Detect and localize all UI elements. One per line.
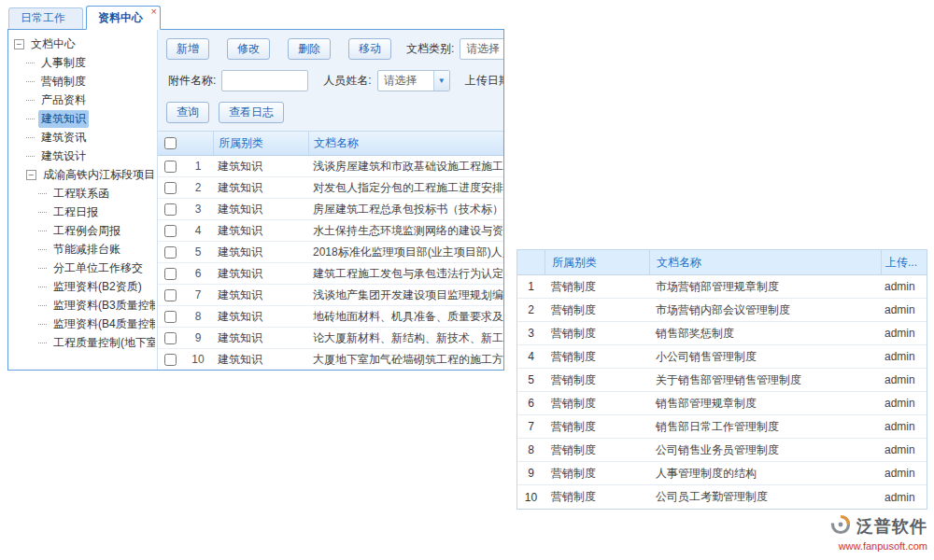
attachment-name-input[interactable] — [221, 70, 308, 91]
delete-button[interactable]: 删除 — [288, 38, 331, 60]
row-uploader: admin — [881, 397, 927, 410]
tree-node-icon — [26, 81, 35, 82]
person-name-select[interactable]: 请选择 ▼ — [377, 70, 450, 91]
row-doc-name: 销售部管理规章制度 — [649, 396, 881, 412]
sidebar-item-label: 文档中心 — [28, 35, 78, 53]
sidebar-item[interactable]: 建筑资讯 — [10, 128, 155, 147]
table-row[interactable]: 7 建筑知识 浅谈地产集团开发建设项目监理规划编... — [158, 285, 503, 306]
tree-node-icon — [38, 193, 47, 194]
sidebar-item[interactable]: − 成渝高铁内江标段项目 — [10, 165, 155, 184]
table-row[interactable]: 5 建筑知识 2018标准化监理项目部(业主项目部)人员... — [158, 242, 503, 263]
row-number: 4 — [183, 224, 213, 237]
tab-close-icon[interactable]: × — [151, 7, 157, 17]
column-header-doc-name[interactable]: 文档名称 — [649, 250, 881, 274]
row-checkbox[interactable] — [164, 354, 177, 366]
edit-button[interactable]: 修改 — [227, 38, 270, 60]
sidebar-item[interactable]: 建筑设计 — [10, 147, 155, 165]
tree-node-icon — [26, 100, 35, 101]
query-button[interactable]: 查询 — [166, 102, 209, 123]
view-log-button[interactable]: 查看日志 — [219, 102, 284, 123]
sidebar-item[interactable]: 监理资料(B2资质) — [10, 277, 155, 296]
row-checkbox[interactable] — [164, 332, 177, 344]
table-row[interactable]: 8 建筑知识 地砖地面材料、机具准备、质量要求及... — [158, 306, 503, 328]
table-row[interactable]: 6 营销制度 销售部管理规章制度 admin — [517, 392, 927, 415]
sidebar-item[interactable]: − 文档中心 — [10, 35, 155, 53]
tree-node-icon — [38, 231, 47, 231]
row-category: 建筑知识 — [213, 266, 308, 282]
tab[interactable]: 资料中心 × — [86, 6, 161, 30]
row-doc-name: 论大厦新材料、新结构、新技术、新工... — [308, 330, 503, 346]
row-doc-name: 关于销售部管理销售管理制度 — [649, 372, 881, 388]
table-row[interactable]: 6 建筑知识 建筑工程施工发包与承包违法行为认定... — [158, 263, 503, 285]
sidebar-item[interactable]: 分工单位工作移交 — [10, 259, 155, 277]
row-checkbox[interactable] — [164, 289, 177, 301]
sidebar-item[interactable]: 建筑知识 — [10, 109, 155, 128]
table-row[interactable]: 2 建筑知识 对发包人指定分包的工程施工进度安排... — [158, 177, 503, 199]
table-row[interactable]: 4 营销制度 小公司销售管理制度 admin — [517, 345, 927, 369]
table-row[interactable]: 10 建筑知识 大厦地下室加气砼墙砌筑工程的施工方... — [158, 349, 503, 370]
upload-date-label: 上传日期: — [465, 73, 503, 89]
table-row[interactable]: 2 营销制度 市场营销内部会议管理制度 admin — [517, 299, 927, 322]
window-body: − 文档中心 人事制度 营销制度 产品资料 建筑知识 建筑资讯 — [7, 29, 504, 371]
table-row[interactable]: 3 营销制度 销售部奖惩制度 admin — [517, 322, 927, 345]
person-name-label: 人员姓名: — [323, 73, 371, 89]
row-uploader: admin — [881, 420, 927, 433]
table-row[interactable]: 7 营销制度 销售部日常工作管理制度 admin — [517, 415, 927, 439]
row-category: 建筑知识 — [213, 309, 308, 325]
table-row[interactable]: 1 营销制度 市场营销部管理规章制度 admin — [517, 275, 927, 299]
table-row[interactable]: 3 建筑知识 房屋建筑工程总承包投标书（技术标）... — [158, 199, 503, 220]
row-category: 营销制度 — [545, 372, 649, 388]
row-category: 营销制度 — [545, 279, 649, 295]
table-row[interactable]: 10 营销制度 公司员工考勤管理制度 admin — [517, 485, 927, 509]
column-header-category[interactable]: 所属别类 — [545, 250, 649, 274]
sidebar-item[interactable]: 产品资料 — [10, 91, 155, 109]
sidebar-item[interactable]: 工程质量控制(地下室) — [10, 333, 155, 352]
row-checkbox[interactable] — [164, 161, 177, 173]
row-number: 3 — [517, 327, 545, 340]
select-all-checkbox[interactable] — [164, 137, 177, 149]
sidebar-item[interactable]: 工程例会周报 — [10, 221, 155, 240]
table-row[interactable]: 1 建筑知识 浅谈房屋建筑和市政基础设施工程施工... — [158, 156, 503, 177]
table-row[interactable]: 9 建筑知识 论大厦新材料、新结构、新技术、新工... — [158, 328, 503, 349]
move-button[interactable]: 移动 — [348, 38, 391, 60]
row-doc-name: 对发包人指定分包的工程施工进度安排... — [308, 180, 503, 196]
row-category: 建筑知识 — [213, 287, 308, 303]
row-checkbox[interactable] — [164, 246, 177, 259]
sidebar-item[interactable]: 营销制度 — [10, 72, 155, 91]
tab[interactable]: 日常工作 × — [8, 7, 83, 29]
row-doc-name: 市场营销内部会议管理制度 — [649, 302, 881, 318]
column-header-doc-name[interactable]: 文档名称 — [308, 132, 503, 155]
documents-table-body: 1 建筑知识 浅谈房屋建筑和市政基础设施工程施工... 2 建筑知识 对发包人指… — [158, 156, 503, 370]
row-checkbox[interactable] — [164, 203, 177, 216]
row-category: 营销制度 — [545, 489, 649, 505]
row-checkbox[interactable] — [164, 311, 177, 323]
sidebar-item[interactable]: 节能减排台账 — [10, 240, 155, 259]
sidebar-item[interactable]: 工程日报 — [10, 203, 155, 221]
table-row[interactable]: 4 建筑知识 水土保持生态环境监测网络的建设与资... — [158, 220, 503, 242]
sidebar-item[interactable]: 监理资料(B3质量控制) — [10, 296, 155, 315]
sidebar-item-label: 监理资料(B2资质) — [50, 278, 145, 296]
row-doc-name: 建筑工程施工发包与承包违法行为认定... — [308, 266, 503, 282]
row-number: 1 — [183, 160, 213, 173]
row-category: 建筑知识 — [213, 330, 308, 346]
doc-category-select[interactable]: 请选择 ▼ — [460, 38, 503, 60]
row-checkbox[interactable] — [164, 182, 177, 194]
sidebar-item[interactable]: 监理资料(B4质量控制) — [10, 315, 155, 333]
add-button[interactable]: 新增 — [166, 38, 209, 60]
sidebar-item-label: 分工单位工作移交 — [50, 259, 146, 277]
toolbar-row-actions: 新增 修改 删除 移动 文档类别: 请选择 ▼ 文档名称: — [166, 38, 503, 60]
row-checkbox[interactable] — [164, 268, 177, 280]
sidebar-item[interactable]: 工程联系函 — [10, 184, 155, 203]
brand-url[interactable]: www.fanpusoft.com — [829, 540, 927, 552]
toolbar-row-filters: 附件名称: 人员姓名: 请选择 ▼ 上传日期: — [166, 70, 503, 91]
column-header-uploader[interactable]: 上传... — [881, 250, 927, 274]
table-row[interactable]: 9 营销制度 人事管理制度的结构 admin — [517, 462, 927, 485]
sidebar-item[interactable]: 人事制度 — [10, 53, 155, 72]
row-doc-name: 浅谈房屋建筑和市政基础设施工程施工... — [308, 159, 503, 175]
row-checkbox[interactable] — [164, 225, 177, 237]
table-row[interactable]: 5 营销制度 关于销售部管理销售管理制度 admin — [517, 369, 927, 392]
column-header-category[interactable]: 所属别类 — [213, 132, 308, 155]
sidebar-item-label: 工程例会周报 — [50, 222, 123, 240]
table-row[interactable]: 8 营销制度 公司销售业务员管理制度 admin — [517, 439, 927, 462]
row-category: 建筑知识 — [213, 180, 308, 196]
